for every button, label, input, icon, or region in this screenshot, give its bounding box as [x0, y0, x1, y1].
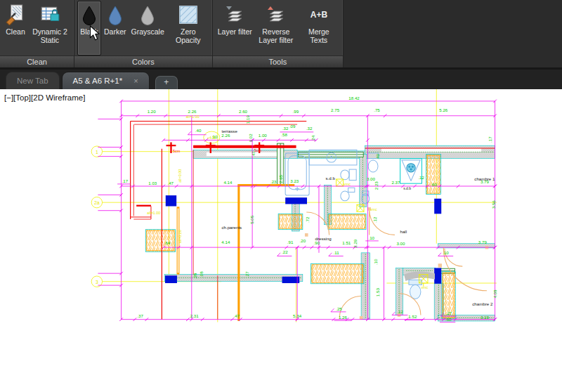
plan-label: 4.14 [221, 240, 230, 245]
plan-label: ch.parents [221, 225, 242, 230]
plan-label: .40 [195, 128, 202, 133]
plan-label: .28 [192, 273, 197, 279]
plan-label: .12 [418, 175, 424, 180]
plan-label: all=0.00 [178, 169, 182, 183]
ribbon: CleanDynamic 2 StaticCleanBlackDarkerGra… [0, 0, 562, 67]
plan-label: 1.20 [148, 109, 157, 114]
merge-texts-icon: A+B [308, 4, 330, 26]
plan-label: 1.00 [259, 133, 268, 138]
drawing-canvas[interactable]: 18.421.202.262.60.992.75.755.26.40.902.2… [0, 89, 562, 392]
plan-label: 5cm [173, 149, 181, 153]
ribbon-group-tools: Layer filterReverse Layer filterA+BMerge… [213, 0, 344, 67]
ribbon-button-darker[interactable]: Darker [102, 1, 129, 55]
plan-label: 2.60 [239, 109, 248, 114]
ribbon-button-merge-texts[interactable]: A+BMerge Texts [298, 1, 340, 55]
ribbon-button-grayscale[interactable]: Grayscale [129, 1, 166, 55]
plan-label: 5.34 [293, 313, 302, 318]
plan-label: 4.08 [492, 289, 497, 299]
ribbon-button-label: Black [80, 27, 98, 36]
plan-label: .90 [314, 240, 320, 245]
plan-label: .17 [488, 136, 492, 143]
ribbon-group-clean: CleanDynamic 2 StaticClean [0, 0, 74, 67]
plan-label: 3.79 [478, 240, 488, 245]
reverse-layer-filter-icon [265, 4, 287, 26]
ribbon-button-reverse-layer-filter[interactable]: Reverse Layer filter [255, 1, 297, 55]
plan-label: 1.03 [148, 181, 157, 185]
tab-new-tab[interactable]: New Tab [6, 72, 60, 89]
plan-label: 4.14 [223, 180, 233, 185]
tab-close-icon[interactable]: × [133, 77, 138, 85]
plan-label: .60 [445, 317, 452, 322]
plan-label: 3.00 [367, 176, 376, 181]
ribbon-button-layer-filter[interactable]: Layer filter [216, 1, 254, 55]
ribbon-button-label: Merge Texts [300, 27, 338, 45]
wc-bowl [410, 285, 421, 299]
tab-a5-a6-r-1[interactable]: A5 & A6 R+1*× [62, 72, 150, 89]
plan-label: .49 [375, 154, 380, 160]
plan-label: .20 [300, 238, 306, 243]
zero-opacity-icon [178, 4, 199, 26]
ribbon-button-zero-opacity[interactable]: Zero Opacity [167, 1, 209, 55]
plan-label: chambre 1 [474, 176, 495, 181]
ribbon-button-label: Grayscale [131, 27, 164, 36]
ribbon-button-dynamic-2-static[interactable]: Dynamic 2 Static [29, 1, 71, 55]
plan-label: 2.65 [278, 174, 283, 183]
plan-label: .22 [282, 249, 288, 254]
ribbon-groups: CleanDynamic 2 StaticCleanBlackDarkerGra… [0, 0, 562, 67]
new-tab-button[interactable]: + [155, 76, 178, 89]
plan-label: 2.23 [374, 181, 379, 190]
plan-label: .09 [289, 124, 296, 129]
plan-label: .12 [372, 216, 377, 223]
tab-label: New Tab [17, 77, 48, 85]
drawing-tab-bar: New TabA5 & A6 R+1*×+ [0, 70, 562, 89]
floor-plan[interactable]: 18.421.202.262.60.992.75.755.26.40.902.2… [0, 89, 562, 392]
plan-label: vmc [344, 182, 351, 186]
cad-application-window: { "ribbon": { "groups": [ {"label": "Cle… [0, 0, 562, 392]
plan-label: vmc [370, 207, 377, 211]
ribbon-group-title-tools: Tools [213, 55, 343, 67]
ribbon-button-label: Darker [104, 27, 126, 36]
plan-label: .27 [446, 311, 452, 315]
plan-label: .60 [431, 182, 437, 187]
plan-label: +4.32 [207, 136, 216, 140]
ribbon-group-title-clean: Clean [0, 55, 74, 67]
dynamic-to-static-icon [39, 4, 60, 26]
plan-label: .08 [199, 271, 204, 277]
plan-label: 2.31 [190, 313, 200, 318]
ribbon-button-black[interactable]: Black [77, 1, 101, 55]
plan-label: 18.42 [348, 96, 360, 100]
plan-label: 2.37 [391, 180, 400, 185]
viewport-controls-label[interactable]: [−][Top][2D Wireframe] [4, 93, 85, 102]
plan-label: s.d.b [403, 186, 411, 190]
plan-label: dressing [315, 236, 332, 241]
plan-label: all=1.00 [186, 115, 200, 119]
ribbon-group-buttons: BlackDarkerGrayscaleZero Opacity [74, 0, 212, 55]
plan-label: .64 [164, 240, 171, 245]
plan-label: 2.29 [353, 239, 358, 248]
plan-label: 1.26 [339, 315, 348, 320]
plan-label: 3.23 [290, 178, 299, 183]
darker-droplet-icon [105, 4, 125, 26]
ribbon-group-title-colors: Colors [74, 55, 212, 67]
plan-label: .47 [233, 313, 240, 318]
plan-label: .27 [244, 271, 249, 277]
plan-label: .23 [270, 179, 277, 184]
plan-label: .72 [305, 216, 310, 223]
plan-label: .24 [311, 135, 315, 141]
clean-icon [5, 4, 26, 26]
plan-label: .10 [373, 259, 378, 265]
plan-label: vmc [421, 285, 428, 289]
ribbon-button-clean[interactable]: Clean [3, 1, 28, 55]
plan-label: .47 [167, 181, 174, 185]
grayscale-droplet-icon [138, 4, 157, 26]
plan-label: .12 [397, 309, 403, 314]
plan-label: 1.52 [408, 314, 417, 319]
plan-label: 2.75 [331, 107, 340, 112]
ribbon-button-label: Zero Opacity [169, 27, 207, 45]
plan-label: terrasse [222, 129, 238, 133]
plan-label: 3.00 [396, 241, 405, 246]
ribbon-group-buttons: Layer filterReverse Layer filterA+BMerge… [213, 0, 343, 55]
plan-label: 5cm [254, 148, 262, 152]
ribbon-group-colors: BlackDarkerGrayscaleZero OpacityColors [74, 0, 213, 67]
layer-filter-icon [223, 4, 246, 26]
